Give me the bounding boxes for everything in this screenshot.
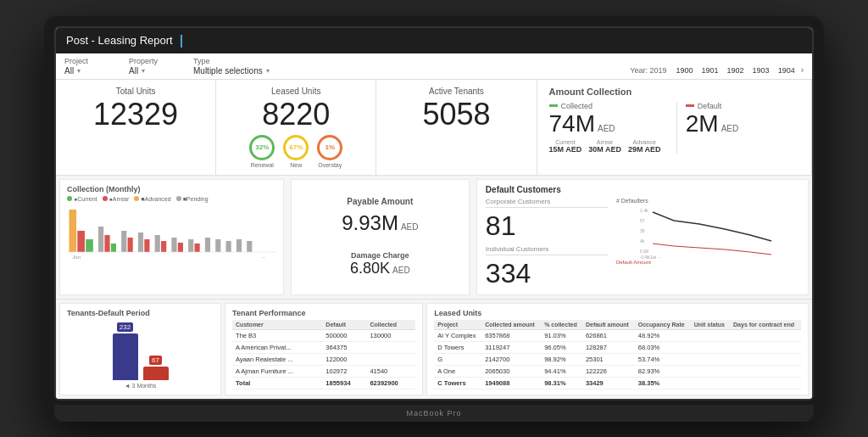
default-val: 122000 [322, 353, 366, 365]
total-label: Total [232, 377, 322, 389]
unit-status [691, 341, 730, 353]
three-months-label: ◄ 3 Months [67, 383, 214, 389]
svg-rect-14 [188, 239, 193, 252]
renewal-circle-item: 32% Renewal [249, 135, 275, 168]
year-1900[interactable]: 1900 [674, 65, 696, 76]
svg-rect-11 [161, 241, 166, 252]
laptop-frame: Post - Leasing Report | Project All ▾ Pr… [44, 16, 824, 422]
svg-text:Jan: Jan [72, 255, 81, 259]
individual-label: Individual Customers [486, 245, 608, 255]
col-customer: Customer [232, 320, 322, 330]
col-collected: Collected [366, 320, 415, 330]
default-customers-title: Default Customers [486, 185, 799, 194]
tenant-performance-title: Tenant Performance [232, 309, 415, 317]
amount-collection-card: Amount Collection Collected 74M AED [537, 80, 813, 175]
col-default-amount: Default amount [582, 320, 635, 330]
days-end [730, 341, 801, 353]
type-filter[interactable]: Type Multiple selections ▾ [193, 57, 270, 76]
table-row: C Towers 1949088 98.31% 33429 38.35% [434, 377, 801, 389]
unit-status [691, 353, 730, 365]
current-legend-dot [67, 196, 72, 201]
new-label: New [290, 162, 302, 168]
default-val: 364375 [322, 341, 366, 353]
occupancy-rate: 53.74% [635, 353, 691, 365]
total-default: 1855934 [322, 377, 366, 389]
year-1902[interactable]: 1902 [725, 65, 747, 76]
collected-amount: 1949088 [481, 377, 541, 389]
chevron-down-icon: ▾ [77, 67, 81, 75]
days-end [730, 365, 801, 377]
property-filter-label: Property [129, 57, 180, 65]
year-label: Year: 2019 [630, 66, 666, 75]
current-label: Current [549, 139, 582, 145]
table-row: D Towers 3119247 96.05% 128287 68.03% [434, 341, 801, 353]
default-amount: 25301 [582, 353, 635, 365]
svg-rect-16 [205, 238, 210, 252]
leased-circles: 32% Renewal 67% New 1% Overstay [249, 135, 342, 168]
collected-val: 130000 [366, 329, 415, 341]
year-1904[interactable]: 1904 [776, 65, 798, 76]
title-cursor: | [180, 33, 183, 48]
collected-unit: AED [598, 124, 615, 133]
payable-amount-card: Payable Amount 9.93M AED Damage Charge 6… [291, 179, 470, 295]
active-tenants-card: Active Tenants 5058 [376, 80, 537, 175]
individual-value: 334 [486, 258, 531, 289]
laptop-brand: MacBook Pro [406, 409, 461, 417]
type-select[interactable]: Multiple selections ▾ [193, 66, 270, 76]
table-row: G 2142700 98.92% 25301 53.74% [434, 353, 801, 365]
leased-units-value: 8220 [262, 99, 330, 130]
collection-inner: Collected 74M AED Current 15M AED [549, 102, 800, 154]
corporate-value: 81 [486, 210, 516, 241]
legend-advanced: ■Advanced [134, 196, 170, 202]
total-units-value: 12329 [93, 99, 178, 130]
svg-text:57: 57 [640, 218, 645, 223]
table-row: Ayaan Realestate ... 122000 [232, 353, 415, 365]
pct-collected: 98.92% [541, 353, 582, 365]
project-name: Al Y Complex [434, 329, 481, 341]
laptop-base: MacBook Pro [54, 405, 814, 422]
svg-rect-10 [155, 235, 160, 252]
default-chart-area: # Defaulters 1.4k 57 35 4k [616, 198, 799, 289]
col-days: Days for contract end [730, 320, 801, 330]
svg-text:0.1M: 0.1M [640, 249, 648, 254]
pct-collected: 96.05% [541, 341, 582, 353]
project-filter[interactable]: Project All ▾ [64, 57, 115, 76]
default-amount: 128287 [582, 341, 635, 353]
col-pct-collected: % collected [541, 320, 582, 330]
leased-units-card: Leased Units 8220 32% Renewal 67% New 1% [216, 80, 376, 175]
year-next-button[interactable]: › [801, 65, 804, 75]
bar-232-label: 232 [117, 322, 133, 332]
advanced-legend-dot [134, 196, 139, 201]
customer-name: A Ajman Furniture ... [232, 365, 322, 377]
property-filter[interactable]: Property All ▾ [129, 57, 180, 76]
bar-232: 232 [113, 322, 138, 380]
table-row-total: Total 1855934 62392900 [232, 377, 415, 389]
occupancy-rate: 68.03% [635, 341, 691, 353]
year-navigation: Year: 2019 1900 1901 1902 1903 1904 › [630, 65, 804, 76]
property-select[interactable]: All ▾ [129, 66, 180, 76]
amount-collection-title: Amount Collection [549, 87, 800, 97]
payable-value: 9.93M [342, 211, 398, 235]
year-1903[interactable]: 1903 [750, 65, 772, 76]
col-unit-status: Unit status [691, 320, 730, 330]
collection-chart-card: Collection (Monthly) ●Current ●Arrear [59, 179, 284, 295]
active-tenants-title: Active Tenants [429, 87, 484, 96]
arrear-legend-label: ●Arrear [109, 196, 130, 202]
default-val: 500000 [322, 329, 366, 341]
table-row: Al Y Complex 6357868 91.03% 626861 48.92… [434, 329, 801, 341]
svg-text:Jan →: Jan → [650, 255, 661, 260]
days-end [730, 329, 801, 341]
overstay-circle-item: 1% Overstay [317, 135, 342, 168]
total-collected: 62392900 [366, 377, 415, 389]
default-amount: 33429 [582, 377, 635, 389]
leased-units-card: Leased Units Project Collected amount % … [426, 303, 809, 395]
project-select[interactable]: All ▾ [64, 66, 115, 76]
middle-row: Collection (Monthly) ●Current ●Arrear [56, 176, 812, 300]
svg-rect-20 [247, 241, 252, 252]
customer-name: Ayaan Realestate ... [232, 353, 322, 365]
tenants-default-bars: 232 67 [67, 322, 214, 380]
tenant-performance-card: Tenant Performance Customer Default Coll… [225, 303, 423, 395]
year-1901[interactable]: 1901 [699, 65, 721, 76]
collected-val: 41540 [366, 365, 415, 377]
bar-67-fill [143, 367, 169, 380]
